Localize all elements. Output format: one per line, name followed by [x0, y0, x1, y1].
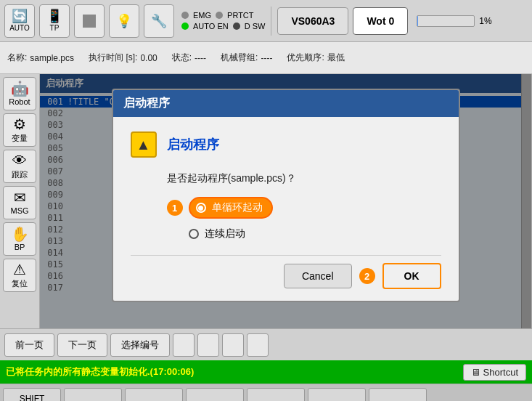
fkey5[interactable] — [308, 388, 366, 402]
cancel-button[interactable]: Cancel — [284, 264, 352, 288]
autoen-label: AUTO EN — [193, 22, 229, 31]
option2-row: 连续启动 — [189, 227, 441, 240]
sidebar-item-bp[interactable]: ✋ BP — [3, 222, 36, 256]
info-bar: 名称: sample.pcs 执行时间 [s]: 0.00 状态: ---- 机… — [0, 42, 532, 74]
msg-icon: ✉ — [14, 190, 26, 205]
indicator-group: EMG PRTCT AUTO EN D SW — [181, 11, 265, 31]
wot0-tab[interactable]: Wot 0 — [353, 7, 408, 35]
dialog: 启动程序 ▲ 启动程序 是否起动程序(sample.pcs)？ 1 — [112, 89, 460, 302]
arm-item: 机械臂组: ---- — [221, 52, 272, 64]
main-toolbar: 🔄 AUTO 📱 TP 💡 🔧 EMG PRTCT AUTO EN D SW V… — [0, 0, 532, 42]
extra-btn2[interactable] — [197, 333, 219, 357]
progress-area: 1% — [417, 15, 491, 27]
main-area: 🤖 Robot ⚙ 变量 👁 跟踪 ✉ MSG ✋ BP ⚠ 复位 启动程序 — [0, 74, 532, 328]
robot-icon: 🤖 — [11, 81, 29, 96]
fkey4[interactable] — [247, 388, 305, 402]
trace-icon: 👁 — [12, 153, 27, 168]
fkey6[interactable] — [369, 388, 427, 402]
dialog-subtitle: 是否起动程序(sample.pcs)？ — [167, 172, 441, 185]
sidebar-item-robot[interactable]: 🤖 Robot — [3, 77, 36, 110]
priority-item: 优先顺序: 最低 — [287, 52, 344, 64]
status-bar: 已将任务内的所有静态变量初始化.(17:00:06) 🖥 Shortcut — [0, 360, 532, 384]
dsw-label: D SW — [245, 22, 266, 31]
fkey1[interactable] — [64, 388, 122, 402]
option1-radio[interactable]: 单循环起动 — [189, 197, 273, 219]
dsw-led — [233, 23, 240, 30]
dialog-overlay: 启动程序 ▲ 启动程序 是否起动程序(sample.pcs)？ 1 — [40, 74, 531, 328]
option1-radio-circle — [196, 203, 206, 213]
arm-value: ---- — [261, 53, 272, 63]
option2-label: 连续启动 — [205, 227, 245, 240]
bottom-toolbar: 前一页 下一页 选择编号 — [0, 328, 532, 360]
shift-button[interactable]: SHIFT — [3, 388, 61, 402]
vs060a3-tab[interactable]: VS060A3 — [277, 7, 348, 35]
status-item: 状态: ---- — [172, 52, 206, 64]
status-label: 状态: — [172, 52, 192, 64]
extra-btn1[interactable] — [173, 333, 195, 357]
auto-label: AUTO — [9, 24, 30, 32]
exec-time-value: 0.00 — [140, 53, 157, 63]
select-number-button[interactable]: 选择编号 — [110, 333, 170, 357]
sidebar-robot-label: Robot — [9, 97, 30, 106]
name-item: 名称: sample.pcs — [7, 52, 74, 64]
square-button[interactable] — [74, 4, 105, 38]
extra-btn4[interactable] — [247, 333, 269, 357]
sidebar-msg-label: MSG — [10, 206, 28, 215]
warning-icon: ▲ — [131, 131, 157, 158]
priority-label: 优先顺序: — [287, 52, 324, 64]
dialog-title: 启动程序 — [123, 97, 170, 109]
prtct-led — [216, 12, 223, 19]
progress-bar-inner — [417, 16, 418, 26]
sidebar-trace-label: 跟踪 — [12, 169, 28, 180]
wrench-button[interactable]: 🔧 — [144, 4, 174, 38]
progress-label: 1% — [479, 16, 491, 26]
wrench-icon: 🔧 — [151, 15, 167, 28]
exec-time-label: 执行时间 [s]: — [89, 52, 137, 64]
autoen-row: AUTO EN D SW — [181, 22, 265, 31]
dialog-body: ▲ 启动程序 是否起动程序(sample.pcs)？ 1 单循环起动 — [113, 117, 459, 301]
exec-time-item: 执行时间 [s]: 0.00 — [89, 52, 157, 64]
square-icon — [83, 15, 96, 28]
emg-led — [181, 12, 189, 19]
autoen-led — [181, 23, 189, 30]
sidebar-reset-label: 复位 — [12, 278, 28, 289]
option1-label: 单循环起动 — [212, 201, 263, 214]
light-icon: 💡 — [116, 15, 132, 28]
progress-bar-outer — [417, 15, 475, 27]
dialog-title-bar: 启动程序 — [113, 90, 459, 117]
auto-button[interactable]: 🔄 AUTO — [4, 4, 35, 38]
fkey3[interactable] — [186, 388, 244, 402]
step1-badge: 1 — [167, 200, 183, 216]
light-button[interactable]: 💡 — [109, 4, 139, 38]
emg-row: EMG PRTCT — [181, 11, 265, 20]
extra-btn3[interactable] — [222, 333, 244, 357]
dialog-question-row: ▲ 启动程序 — [131, 131, 441, 158]
variables-icon: ⚙ — [13, 117, 26, 131]
sidebar-variables-label: 变量 — [12, 133, 28, 144]
option1-radio-dot — [198, 206, 203, 211]
option2-radio-circle — [189, 229, 199, 239]
bp-icon: ✋ — [11, 227, 29, 241]
fkey-bar: SHIFT — [0, 384, 532, 401]
fkey2[interactable] — [125, 388, 183, 402]
tp-button[interactable]: 📱 TP — [39, 4, 70, 38]
auto-icon: 🔄 — [12, 9, 28, 23]
name-value: sample.pcs — [30, 53, 74, 63]
sidebar: 🤖 Robot ⚙ 变量 👁 跟踪 ✉ MSG ✋ BP ⚠ 复位 — [0, 74, 40, 328]
reset-icon: ⚠ — [13, 262, 26, 277]
shortcut-button[interactable]: 🖥 Shortcut — [463, 364, 526, 381]
sidebar-item-trace[interactable]: 👁 跟踪 — [3, 150, 36, 183]
dialog-buttons: Cancel 2 OK — [131, 255, 441, 289]
prev-page-button[interactable]: 前一页 — [4, 333, 54, 357]
sidebar-item-reset[interactable]: ⚠ 复位 — [3, 259, 36, 292]
option2-radio[interactable]: 连续启动 — [189, 227, 245, 240]
sidebar-bp-label: BP — [15, 243, 25, 251]
dialog-title-text: 启动程序 — [167, 136, 219, 153]
sidebar-item-variables[interactable]: ⚙ 变量 — [3, 113, 36, 147]
sidebar-item-msg[interactable]: ✉ MSG — [3, 186, 36, 219]
step2-badge: 2 — [359, 268, 375, 284]
sep1 — [271, 7, 271, 36]
next-page-button[interactable]: 下一页 — [57, 333, 107, 357]
ok-button[interactable]: OK — [382, 263, 441, 289]
emg-label: EMG — [193, 11, 211, 20]
